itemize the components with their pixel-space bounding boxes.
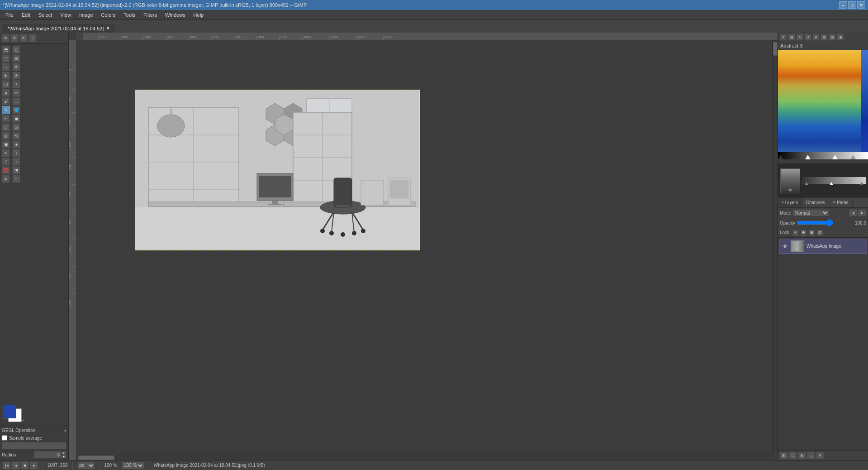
tool-button-6[interactable]: ⊕ <box>2 72 10 80</box>
vertical-scrollbar[interactable] <box>772 40 778 455</box>
tool-button-7[interactable]: ⊘ <box>12 72 20 80</box>
layers-icon[interactable]: ≡ <box>780 34 787 41</box>
radius-down-button[interactable]: ▼ <box>61 455 66 458</box>
tool-button-12[interactable]: 🖌 <box>2 97 10 106</box>
menu-item-help[interactable]: Help <box>190 11 208 19</box>
mini-slider-triangle1[interactable] <box>805 182 808 185</box>
tool-button-20[interactable]: ◎ <box>2 132 10 140</box>
tab-channels[interactable]: Channels <box>802 198 829 207</box>
canvas-tab-close-icon[interactable]: ✕ <box>106 25 110 31</box>
horizontal-scrollbar[interactable] <box>76 455 772 460</box>
channels-icon[interactable]: ⊞ <box>788 34 795 41</box>
reset-button[interactable]: ⟲ <box>1 34 9 42</box>
tool-button-0[interactable]: ⬒ <box>2 46 10 54</box>
tab-layers[interactable]: ≡ Layers <box>778 198 802 207</box>
lock-all-icon[interactable]: ⊡ <box>817 230 823 236</box>
menu-item-edit[interactable]: Edit <box>18 11 34 19</box>
tool-button-21[interactable]: ⟲ <box>12 132 20 140</box>
radius-input[interactable]: 3 <box>34 451 61 458</box>
tool-button-31[interactable]: ~ <box>12 175 20 183</box>
slider-mid-triangle[interactable] <box>805 155 811 159</box>
menu-item-filters[interactable]: Filters <box>140 11 161 19</box>
merge-down-button[interactable]: ↓ <box>807 452 815 459</box>
foreground-color-swatch[interactable] <box>3 405 16 418</box>
gradient-main[interactable] <box>778 50 861 152</box>
tool-button-8[interactable]: ◫ <box>2 80 10 88</box>
tool-button-30[interactable]: ≋ <box>2 175 10 183</box>
unit-select[interactable]: px mm in <box>77 462 95 469</box>
tool-button-16[interactable]: ✂ <box>2 115 10 123</box>
tool-button-27[interactable]: ⬦ <box>12 158 20 166</box>
tool-button-19[interactable]: ⊡ <box>12 123 20 131</box>
tool-button-10[interactable]: ◈ <box>2 89 10 97</box>
canvas-tab-main[interactable]: *[WhatsApp Image 2021-02-04 at 18.04.52]… <box>2 24 116 33</box>
gegl-collapse-icon[interactable]: ▾ <box>64 428 66 433</box>
gradient-mini-slider[interactable] <box>802 177 866 184</box>
tool-button-4[interactable]: ↔ <box>2 63 10 71</box>
tool-button-22[interactable]: ▣ <box>2 140 10 149</box>
close-button[interactable]: ✕ <box>857 1 865 9</box>
undo-history-icon[interactable]: ↺ <box>804 34 811 41</box>
horizontal-scroll-thumb[interactable] <box>78 456 114 460</box>
menu-item-image[interactable]: Image <box>76 11 97 19</box>
tool-button-17[interactable]: ◼ <box>12 115 20 123</box>
vertical-scroll-thumb[interactable] <box>773 42 778 56</box>
tool-button-15[interactable]: 🪣 <box>12 106 20 114</box>
scroll-to-start-button[interactable]: |◂ <box>3 461 11 470</box>
pointer-info-icon[interactable]: ⊡ <box>829 34 836 41</box>
mini-slider-triangle2[interactable] <box>830 182 833 185</box>
radius-up-button[interactable]: ▲ <box>61 451 66 455</box>
scroll-forward-button[interactable]: ▸ <box>30 461 38 470</box>
tab-paths[interactable]: ✎ Paths <box>829 198 853 207</box>
gegl-select[interactable] <box>2 442 66 449</box>
tool-button-13[interactable]: ◡ <box>12 97 20 106</box>
duplicate-layer-button[interactable]: ⊕ <box>798 452 806 459</box>
tool-button-11[interactable]: ✏ <box>12 89 20 97</box>
tool-button-23[interactable]: ◈ <box>12 140 20 149</box>
lock-alpha-icon[interactable]: ⊞ <box>809 230 815 236</box>
reset-colors-icon[interactable]: ↔ <box>20 417 25 423</box>
lock-position-icon[interactable]: ✥ <box>801 230 807 236</box>
tool-button-28[interactable]: ⭕ <box>2 166 10 174</box>
search-icon[interactable]: ⚲ <box>812 34 820 41</box>
opacity-slider[interactable] <box>797 220 833 225</box>
sample-average-checkbox[interactable] <box>2 435 7 441</box>
menu-item-colors[interactable]: Colors <box>98 11 119 19</box>
menu-item-select[interactable]: Select <box>35 11 56 19</box>
zoom-select[interactable]: 100 % 50 % 200 % <box>122 462 144 469</box>
layer-entry[interactable]: 👁 WhatsApp Image <box>779 239 867 254</box>
redo-delete-button[interactable]: ✕ <box>19 34 28 42</box>
delete-layer-button[interactable]: ✕ <box>816 452 824 459</box>
tool-button-24[interactable]: ∿ <box>2 149 10 157</box>
layer-visibility-toggle[interactable]: 👁 <box>781 243 788 250</box>
scroll-back-button[interactable]: ◂ <box>12 461 20 470</box>
snap-icon[interactable]: ⊕ <box>837 34 844 41</box>
raise-layer-button[interactable]: □ <box>789 452 797 459</box>
lock-pixels-icon[interactable]: ✏ <box>792 230 799 236</box>
document-properties-icon[interactable]: ⊟ <box>821 34 828 41</box>
new-layer-button[interactable]: ⊞ <box>780 452 788 459</box>
gradient-slider[interactable] <box>778 152 868 159</box>
tool-options-button[interactable]: ? <box>28 34 37 42</box>
tool-button-3[interactable]: ⊞ <box>12 54 20 62</box>
mode-select[interactable]: Normal <box>793 209 829 216</box>
scroll-stop-button[interactable]: ■ <box>21 461 29 470</box>
tool-button-1[interactable]: ◻ <box>12 46 20 54</box>
menu-item-tools[interactable]: Tools <box>120 11 139 19</box>
tool-button-5[interactable]: ✥ <box>12 63 20 71</box>
mode-next-button[interactable]: ▸ <box>858 209 866 216</box>
mini-slider-triangle3[interactable] <box>860 182 863 185</box>
mode-prev-button[interactable]: ◂ <box>849 209 857 216</box>
menu-item-file[interactable]: File <box>2 11 17 19</box>
tool-button-2[interactable]: ⬚ <box>2 54 10 62</box>
tool-button-9[interactable]: ⌖ <box>12 80 20 88</box>
tool-button-29[interactable]: ⬔ <box>12 166 20 174</box>
slider-left-triangle[interactable] <box>778 155 783 159</box>
tool-button-26[interactable]: ⤴ <box>2 158 10 166</box>
tool-button-14[interactable]: ⚗ <box>2 106 10 114</box>
tool-button-25[interactable]: T <box>12 149 20 157</box>
slider-right2-triangle[interactable] <box>850 155 856 159</box>
paths-icon[interactable]: ✎ <box>796 34 803 41</box>
menu-item-windows[interactable]: Windows <box>161 11 189 19</box>
undo-button[interactable]: ↺ <box>10 34 19 42</box>
